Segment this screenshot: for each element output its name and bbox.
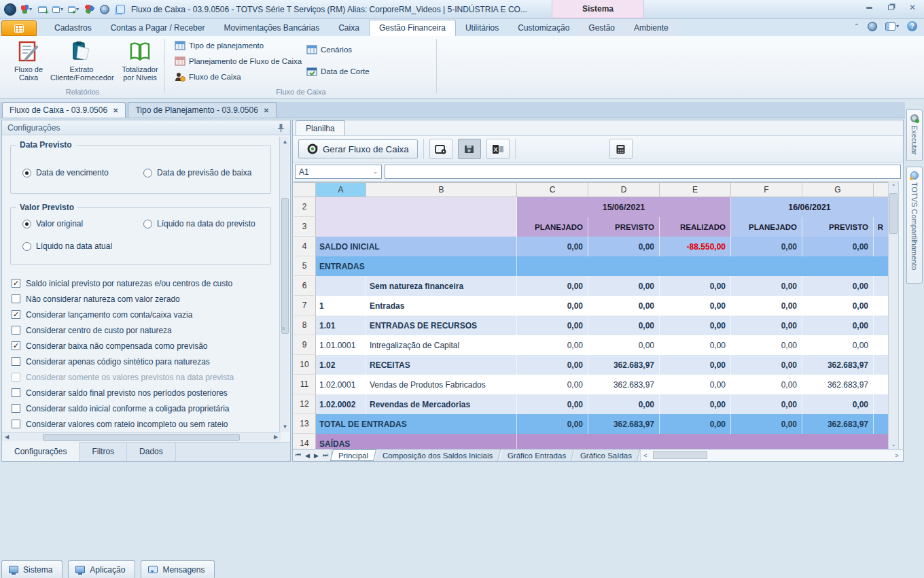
restore-button[interactable] bbox=[885, 3, 897, 12]
close-tab-icon[interactable]: ✕ bbox=[113, 107, 118, 114]
menu-tab-ambiente[interactable]: Ambiente bbox=[624, 20, 678, 36]
column-header-F[interactable]: F bbox=[731, 182, 802, 197]
prev-sheet-icon[interactable]: ◀ bbox=[305, 452, 310, 459]
row-number[interactable]: 13 bbox=[294, 414, 316, 434]
config-tab-dados[interactable]: Dados bbox=[127, 443, 176, 461]
minimize-button[interactable] bbox=[863, 3, 875, 12]
scrollbar-thumb[interactable] bbox=[889, 193, 898, 234]
col-header-planejado[interactable]: PLANEJADO bbox=[731, 217, 802, 237]
value-cell[interactable]: 0,00 bbox=[802, 237, 874, 256]
row-number[interactable]: 7 bbox=[294, 296, 316, 316]
value-cell[interactable]: 0,00 bbox=[517, 355, 588, 375]
sistema-dock-button[interactable]: Sistema bbox=[1, 560, 63, 578]
row-label[interactable]: SALDO INICIAL bbox=[316, 237, 517, 256]
checkbox-option-7[interactable]: Considerar saldo final previsto nos perí… bbox=[12, 385, 277, 401]
value-cell[interactable]: 0,00 bbox=[731, 414, 802, 434]
row-number[interactable]: 6 bbox=[294, 276, 316, 296]
banner-label[interactable]: SAÍDAS bbox=[316, 434, 517, 450]
value-cell[interactable]: 0,00 bbox=[517, 394, 588, 414]
pin-icon[interactable] bbox=[277, 123, 285, 132]
date-header-2[interactable]: 16/06/2021 bbox=[731, 197, 889, 217]
first-sheet-icon[interactable]: ⏮ bbox=[296, 452, 301, 459]
checkbox-option-3[interactable]: Considerar centro de custo por natureza bbox=[12, 322, 277, 338]
code-cell[interactable]: 1.01 bbox=[316, 316, 366, 335]
cenarios-item[interactable]: Cenários bbox=[306, 45, 352, 54]
column-header-C[interactable]: C bbox=[517, 182, 588, 197]
column-header-D[interactable]: D bbox=[588, 182, 660, 197]
tab-planilha[interactable]: Planilha bbox=[296, 120, 345, 135]
menu-tab-utilit-rios[interactable]: Utilitários bbox=[456, 20, 508, 36]
blank-merged-cell[interactable] bbox=[316, 197, 517, 217]
value-cell[interactable]: 0,00 bbox=[660, 335, 731, 355]
checkbox-option-4[interactable]: ✓Considerar baixa não compensada como pr… bbox=[12, 338, 277, 354]
value-cell[interactable]: 0,00 bbox=[802, 335, 874, 355]
description-cell[interactable]: Vendas de Produtos Fabricados bbox=[366, 375, 517, 394]
config-vertical-scrollbar[interactable]: ▲ ≡ ▼ bbox=[279, 137, 289, 432]
value-cell[interactable]: 0,00 bbox=[802, 316, 874, 335]
doc-tab-fluxo-de-caixa[interactable]: Fluxo de Caixa - 03.9.0506 ✕ bbox=[2, 102, 126, 118]
value-cell[interactable]: 0,00 bbox=[731, 276, 802, 296]
description-cell[interactable]: Intregalização de Capital bbox=[366, 335, 517, 355]
scrollbar-thumb[interactable] bbox=[653, 451, 707, 459]
value-cell[interactable]: 0,00 bbox=[731, 355, 802, 375]
value-cell[interactable]: 0,00 bbox=[660, 394, 731, 414]
checkbox-option-6[interactable]: Considerar somente os valores previstos … bbox=[12, 369, 277, 385]
value-cell[interactable]: 0,00 bbox=[588, 394, 660, 414]
row-number[interactable]: 8 bbox=[294, 316, 316, 335]
value-cell[interactable]: 362.683,97 bbox=[802, 355, 874, 375]
data-de-corte-item[interactable]: Data de Corte bbox=[306, 67, 370, 76]
globe-icon[interactable] bbox=[868, 22, 877, 31]
col-header-partial[interactable]: R bbox=[874, 217, 889, 237]
description-cell[interactable]: ENTRADAS DE RECURSOS bbox=[366, 316, 517, 335]
date-header-1[interactable]: 15/06/2021 bbox=[517, 197, 731, 217]
value-cell[interactable]: 362.683,97 bbox=[588, 355, 660, 375]
partial-cell[interactable] bbox=[874, 237, 889, 256]
description-cell[interactable]: Sem natureza financeira bbox=[366, 276, 517, 296]
column-header-E[interactable]: E bbox=[660, 182, 731, 197]
scroll-up-icon[interactable]: ⌃ bbox=[889, 182, 898, 192]
checkbox-option-0[interactable]: ✓Saldo inicial previsto por naturezas e/… bbox=[12, 275, 277, 291]
close-button[interactable]: ✕ bbox=[906, 3, 919, 12]
run-window-button[interactable]: ▾ bbox=[68, 5, 79, 14]
scroll-down-icon[interactable]: ⌄ bbox=[889, 440, 898, 449]
value-cell[interactable]: 0,00 bbox=[517, 276, 588, 296]
scroll-right-icon[interactable]: > bbox=[892, 452, 902, 459]
row-number[interactable]: 2 bbox=[294, 197, 316, 217]
scrollbar-thumb[interactable] bbox=[281, 198, 289, 334]
value-cell[interactable]: 0,00 bbox=[731, 296, 802, 316]
value-cell[interactable]: 362.683,97 bbox=[588, 375, 660, 394]
blank-merged-cell[interactable] bbox=[316, 217, 517, 237]
scroll-left-icon[interactable]: ◀ bbox=[2, 432, 12, 442]
partial-cell[interactable] bbox=[874, 316, 889, 335]
menu-tab-movimenta-es-banc-rias[interactable]: Movimentações Bancárias bbox=[214, 20, 329, 36]
gerar-fluxo-de-caixa-button[interactable]: Gerar Fluxo de Caixa bbox=[298, 139, 418, 158]
code-cell[interactable]: 1.01.0001 bbox=[316, 335, 366, 355]
value-cell[interactable]: 0,00 bbox=[731, 375, 802, 394]
code-cell[interactable] bbox=[316, 276, 366, 296]
cell-name-box[interactable]: A1 ⌄ bbox=[295, 165, 382, 179]
description-cell[interactable]: RECEITAS bbox=[366, 355, 517, 375]
sheet-tab-gr-fico-sa-das[interactable]: Gráfico Saídas bbox=[573, 449, 640, 461]
row-number[interactable]: 9 bbox=[294, 335, 316, 355]
value-cell[interactable]: 0,00 bbox=[517, 414, 588, 434]
partial-cell[interactable] bbox=[874, 296, 889, 316]
row-label[interactable]: TOTAL DE ENTRADAS bbox=[316, 414, 517, 434]
radio-valor-original[interactable]: Valor original bbox=[22, 219, 83, 228]
save-button[interactable] bbox=[458, 139, 481, 159]
tipo-de-planejamento-item[interactable]: Tipo de planejamento bbox=[175, 41, 264, 50]
checkbox-option-1[interactable]: Não considerar natureza com valor zerado bbox=[12, 291, 277, 307]
menu-tab-caixa[interactable]: Caixa bbox=[329, 20, 369, 36]
value-cell[interactable]: -88.550,00 bbox=[660, 237, 731, 256]
value-cell[interactable]: 0,00 bbox=[660, 316, 731, 335]
value-cell[interactable]: 0,00 bbox=[731, 237, 802, 256]
description-cell[interactable]: Entradas bbox=[366, 296, 517, 316]
partial-cell[interactable] bbox=[874, 394, 889, 414]
menu-tab-contas-a-pagar-receber[interactable]: Contas a Pagar / Receber bbox=[101, 20, 215, 36]
partial-cell[interactable] bbox=[874, 355, 889, 375]
extrato-cliente-fornecedor-button[interactable]: ExtratoCliente/Fornecedor bbox=[49, 39, 114, 83]
col-header-realizado[interactable]: REALIZADO bbox=[660, 217, 731, 237]
checkbox-option-5[interactable]: Considerar apenas código sintético para … bbox=[12, 354, 277, 369]
checkbox-option-2[interactable]: ✓Considerar lançamento com conta/caixa v… bbox=[12, 307, 277, 322]
scroll-up-icon[interactable]: ▲ bbox=[280, 137, 290, 147]
partial-cell[interactable] bbox=[874, 335, 889, 355]
